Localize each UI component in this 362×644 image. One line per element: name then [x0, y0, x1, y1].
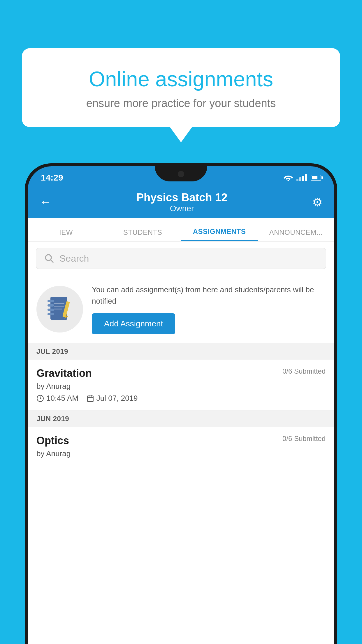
svg-rect-11	[54, 306, 64, 307]
phone-frame: 14:29	[25, 163, 337, 644]
meta-date-gravitation: Jul 07, 2019	[87, 394, 138, 403]
calendar-icon	[87, 395, 94, 402]
settings-icon[interactable]: ⚙	[312, 195, 323, 209]
notebook-icon-circle	[36, 286, 83, 332]
assignment-time-gravitation: 10:45 AM	[46, 394, 78, 403]
tab-announcements[interactable]: ANNOUNCEM...	[258, 228, 334, 241]
section-header-jul2019: JUL 2019	[28, 343, 334, 360]
status-time: 14:29	[41, 173, 63, 183]
svg-rect-5	[48, 304, 54, 307]
back-button[interactable]: ←	[39, 195, 52, 209]
svg-rect-7	[48, 313, 54, 315]
assignment-name-gravitation: Gravitation	[36, 367, 92, 379]
assignment-by-gravitation: by Anurag	[36, 382, 326, 391]
assignment-item-gravitation[interactable]: Gravitation 0/6 Submitted by Anurag 10:4…	[28, 360, 334, 411]
svg-point-0	[288, 180, 289, 181]
assignment-row-optics: Optics 0/6 Submitted	[36, 435, 326, 447]
assignment-date-gravitation: Jul 07, 2019	[96, 394, 138, 403]
assignment-row: Gravitation 0/6 Submitted	[36, 367, 326, 379]
assignment-submitted-optics: 0/6 Submitted	[282, 435, 326, 443]
search-bar[interactable]: Search	[36, 248, 326, 269]
notebook-icon	[48, 295, 72, 323]
assignment-by-optics: by Anurag	[36, 449, 326, 458]
svg-rect-4	[48, 300, 54, 302]
assignment-submitted-gravitation: 0/6 Submitted	[282, 367, 326, 375]
svg-rect-10	[54, 303, 64, 304]
tab-assignments[interactable]: ASSIGNMENTS	[181, 228, 258, 241]
camera	[178, 171, 184, 177]
add-assignment-button[interactable]: Add Assignment	[92, 313, 175, 334]
wifi-icon	[284, 174, 293, 181]
search-placeholder: Search	[59, 253, 89, 264]
notch	[155, 166, 207, 181]
signal-icon	[296, 174, 307, 181]
svg-point-1	[45, 255, 51, 260]
info-description: You can add assignment(s) from here and …	[92, 284, 326, 307]
svg-rect-12	[54, 309, 62, 309]
meta-time-gravitation: 10:45 AM	[36, 394, 78, 403]
clock-icon	[36, 395, 44, 402]
svg-rect-6	[48, 309, 54, 311]
svg-rect-14	[87, 396, 93, 402]
section-header-jun2019: JUN 2019	[28, 411, 334, 427]
phone-inner: 14:29	[28, 166, 334, 644]
info-section: You can add assignment(s) from here and …	[28, 275, 334, 343]
tab-students[interactable]: STUDENTS	[104, 228, 181, 241]
header-subtitle: Owner	[136, 204, 228, 213]
promo-card: Online assignments ensure more practice …	[22, 48, 340, 127]
search-icon	[44, 253, 54, 263]
info-text: You can add assignment(s) from here and …	[92, 284, 326, 334]
app-header: ← Physics Batch 12 Owner ⚙	[28, 186, 334, 218]
status-icons	[284, 174, 321, 181]
header-center: Physics Batch 12 Owner	[136, 191, 228, 213]
battery-icon	[311, 175, 321, 181]
screen-content: Search	[28, 242, 334, 644]
promo-title: Online assignments	[42, 67, 320, 91]
assignment-meta-gravitation: 10:45 AM Jul 07, 2019	[36, 394, 326, 403]
assignment-name-optics: Optics	[36, 435, 69, 447]
promo-subtitle: ensure more practice for your students	[42, 97, 320, 110]
header-title: Physics Batch 12	[136, 191, 228, 204]
svg-line-2	[51, 260, 53, 262]
assignment-item-optics[interactable]: Optics 0/6 Submitted by Anurag	[28, 427, 334, 469]
tab-iew[interactable]: IEW	[28, 228, 104, 241]
tab-bar: IEW STUDENTS ASSIGNMENTS ANNOUNCEM...	[28, 218, 334, 242]
